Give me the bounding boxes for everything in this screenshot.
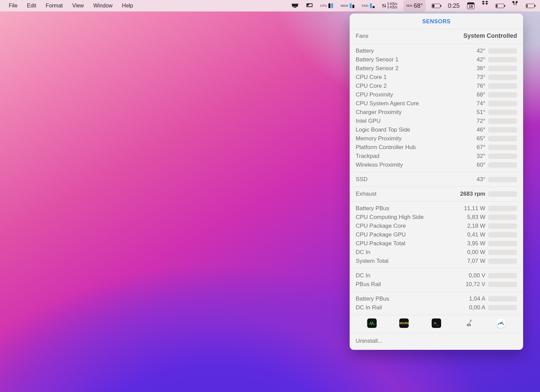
sensor-row[interactable]: Platform Controller Hub67° (356, 143, 517, 152)
sensor-row[interactable]: CPU Core 276° (356, 82, 517, 90)
sensor-row[interactable]: System Total7,07 W (356, 257, 517, 265)
net-down: 0 KB/s (387, 6, 397, 9)
sensor-label: DC In (356, 249, 443, 256)
gauge-icon[interactable] (496, 318, 506, 328)
sensor-value: 74° (446, 100, 485, 107)
menu-format[interactable]: Format (41, 0, 68, 11)
sensor-row[interactable]: CPU Proximity68° (356, 90, 517, 99)
sensor-label: Battery Sensor 2 (356, 65, 443, 72)
sensor-bar (488, 101, 517, 106)
cpu-label: CPU (320, 4, 327, 7)
terminal-icon[interactable]: >_ (432, 318, 441, 328)
sensor-label: Logic Board Top Side (356, 127, 443, 133)
section-ssd: SSD43° (350, 172, 523, 187)
sensor-row[interactable]: DC In0,00 V (356, 271, 517, 280)
istat-sensors[interactable]: SEN 68° (403, 0, 426, 11)
sensor-label: CPU Computing High Side (356, 214, 443, 221)
menu-left: File Edit Format View Window Help (4, 0, 138, 11)
sensor-bar (488, 177, 517, 182)
sensor-row[interactable]: Battery Sensor 142° (356, 55, 517, 64)
battery-status-3[interactable] (524, 0, 536, 11)
svg-rect-0 (294, 7, 296, 8)
menu-window[interactable]: Window (88, 0, 117, 11)
sensor-label: CPU Core 2 (356, 83, 443, 89)
istat-cpu[interactable]: CPU (319, 0, 335, 11)
sensor-row[interactable]: Battery Sensor 236° (356, 64, 517, 73)
sensor-row[interactable]: CPU Package Core2,18 W (356, 222, 517, 230)
sensor-bar (488, 48, 517, 54)
sensor-bar (488, 305, 517, 310)
sensor-bar (488, 250, 517, 255)
sensor-row[interactable]: Memory Proximity65° (356, 134, 517, 143)
sensor-row[interactable]: SSD43° (356, 175, 517, 184)
system-info-icon[interactable] (464, 318, 474, 328)
section-power: Battery PBus11,11 WCPU Computing High Si… (350, 201, 523, 268)
sensor-row[interactable]: CPU Core 173° (356, 73, 517, 82)
sensor-row[interactable]: DC In Rail0,00 A (356, 303, 517, 312)
sensor-value: 32° (446, 153, 485, 160)
sensor-bar (488, 83, 517, 89)
menu-help[interactable]: Help (117, 0, 138, 11)
battery-icon (432, 4, 440, 8)
sensor-row[interactable]: Trackpad32° (356, 152, 517, 161)
sensor-value: 36° (446, 65, 485, 72)
menu-edit[interactable]: Edit (22, 0, 41, 11)
battery-status-2[interactable] (494, 0, 506, 11)
sensor-row[interactable]: CPU Package Total3,95 W (356, 239, 517, 248)
sensor-row[interactable]: Exhaust2683 rpm (356, 190, 517, 198)
sensor-row[interactable]: PBus Rail10,72 V (356, 280, 517, 289)
sensor-row[interactable]: Battery PBus11,11 W (356, 204, 517, 213)
sensor-row[interactable]: DC In0,00 W (356, 248, 517, 257)
sensor-row[interactable]: Logic Board Top Side46° (356, 125, 517, 134)
sensor-row[interactable]: CPU Package GPU0,41 W (356, 230, 517, 239)
svg-marker-3 (482, 3, 485, 5)
menu-right: CPU MEM SSD 0 KB/s 0 KB/s SEN 68° 0:25 1… (290, 0, 536, 11)
sensor-row[interactable]: Wireless Proximity60° (356, 161, 517, 169)
battery-status-1[interactable] (430, 0, 442, 11)
menu-file[interactable]: File (4, 0, 22, 11)
panel-title: SENSORS (350, 13, 523, 29)
sensor-bar (488, 206, 517, 211)
sensor-value: 2683 rpm (446, 191, 485, 197)
airpods-icon[interactable] (510, 0, 520, 11)
sensor-value: 42° (446, 48, 485, 54)
uninstall-button[interactable]: Uninstall... (350, 333, 523, 350)
display-icon[interactable] (290, 0, 300, 11)
sensors-panel: SENSORS Fans System Controlled Battery42… (350, 13, 523, 350)
istat-network[interactable]: 0 KB/s 0 KB/s (381, 0, 399, 11)
dropbox-icon[interactable] (481, 0, 489, 11)
sensor-bar (488, 145, 517, 150)
section-voltage: DC In0,00 VPBus Rail10,72 V (350, 268, 523, 291)
clock[interactable]: 0:25 (447, 0, 461, 11)
sensor-row[interactable]: Intel GPU72° (356, 117, 517, 125)
istat-mem[interactable]: MEM (339, 0, 356, 11)
sensor-bar (488, 110, 517, 115)
sensor-row[interactable]: Charger Proximity51° (356, 108, 517, 117)
sensor-value: 51° (446, 109, 485, 116)
sen-label: SEN (406, 4, 412, 7)
sensor-bar (488, 57, 517, 62)
sensor-row[interactable]: CPU System Agent Core74° (356, 99, 517, 108)
fans-label: Fans (356, 33, 369, 39)
presenter-icon[interactable] (305, 0, 314, 11)
menu-view[interactable]: View (68, 0, 88, 11)
section-current: Battery PBus1,04 ADC In Rail0,00 A (350, 291, 523, 315)
calendar[interactable]: 18 (466, 0, 476, 11)
sensor-label: Intel GPU (356, 118, 443, 124)
sensor-row[interactable]: Battery PBus1,04 A (356, 295, 517, 303)
sensor-bar (488, 66, 517, 71)
istat-ssd[interactable]: SSD (360, 0, 376, 11)
sensor-label: Platform Controller Hub (356, 144, 443, 151)
svg-marker-2 (485, 1, 488, 3)
sensor-value: 60° (446, 162, 485, 168)
sensor-row[interactable]: CPU Computing High Side5,83 W (356, 213, 517, 222)
sensor-label: SSD (356, 176, 443, 183)
sensor-value: 42° (446, 56, 485, 63)
fans-row[interactable]: Fans System Controlled (350, 29, 523, 44)
sensor-bar (488, 75, 517, 80)
console-icon[interactable]: WARN (399, 318, 409, 328)
sensor-value: 0,00 A (446, 304, 485, 311)
activity-monitor-icon[interactable] (367, 318, 377, 328)
sensor-row[interactable]: Battery42° (356, 47, 517, 55)
cpu-bars-icon (328, 3, 333, 8)
